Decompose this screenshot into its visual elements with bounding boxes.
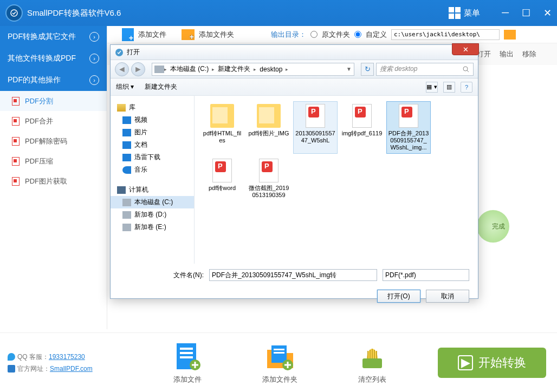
file-grid: pdf转HTML_files pdf转图片_IMG 20130509155747… bbox=[195, 96, 478, 264]
drive-icon bbox=[122, 199, 131, 206]
tree-drive-c[interactable]: 本地磁盘 (C:) bbox=[111, 196, 194, 208]
folder-icon bbox=[257, 104, 281, 128]
site-link[interactable]: SmallPDF.com bbox=[50, 365, 93, 373]
newfolder-btn[interactable]: 新建文件夹 bbox=[145, 82, 177, 92]
start-convert-button[interactable]: ▶ 开始转换 bbox=[438, 348, 546, 378]
dialog-close-button[interactable]: ✕ bbox=[452, 43, 479, 55]
sidebar-group-2[interactable]: 其他文件转换成PDF› bbox=[0, 48, 107, 69]
breadcrumb[interactable]: ▸ 本地磁盘 (C:)▸ 新建文件夹▸ desktop▸ ▼ bbox=[152, 63, 354, 76]
add-folder-btn[interactable]: 添加文件夹 bbox=[199, 30, 234, 40]
chevron-down-icon: › bbox=[89, 75, 99, 85]
qq-icon bbox=[8, 353, 15, 361]
preview-pane-button[interactable]: ▥ bbox=[443, 82, 455, 93]
view-mode-button[interactable]: ▦ ▾ bbox=[426, 82, 438, 93]
document-icon bbox=[122, 141, 131, 149]
output-path-input[interactable] bbox=[391, 29, 500, 40]
pdf-icon bbox=[12, 97, 20, 106]
output-label: 输出目录： bbox=[271, 30, 306, 40]
dialog-footer: 文件名(N): 打开(O) 取消 bbox=[111, 264, 478, 308]
help-button[interactable]: ? bbox=[461, 82, 472, 93]
qq-link[interactable]: 1933175230 bbox=[49, 353, 85, 361]
chevron-right-icon: › bbox=[89, 54, 99, 63]
dialog-toolbar: 组织 ▾ 新建文件夹 ▦ ▾ ▥ ? bbox=[111, 79, 478, 96]
file-item-selected[interactable]: PDF合并_20130509155747_W5shL_img... bbox=[386, 101, 431, 154]
bottom-add-file[interactable]: 添加文件 bbox=[172, 341, 203, 384]
filetype-select[interactable] bbox=[383, 269, 469, 281]
remove-btn[interactable]: 移除 bbox=[522, 49, 536, 59]
nav-back-button[interactable]: ◄ bbox=[115, 62, 129, 76]
svg-rect-6 bbox=[271, 345, 287, 363]
pictures-icon bbox=[122, 129, 131, 136]
computer-icon bbox=[117, 186, 126, 194]
output-btn[interactable]: 输出 bbox=[500, 49, 514, 59]
play-icon: ▶ bbox=[458, 355, 473, 370]
file-item[interactable]: pdf转word bbox=[200, 156, 244, 201]
file-item[interactable]: pdf转HTML_files bbox=[200, 101, 244, 154]
dialog-open-button[interactable]: 打开(O) bbox=[377, 290, 420, 303]
pdf-icon bbox=[12, 117, 20, 126]
dialog-cancel-button[interactable]: 取消 bbox=[426, 290, 469, 303]
crumb-newfolder[interactable]: 新建文件夹 bbox=[215, 64, 254, 74]
tree-video[interactable]: 视频 bbox=[111, 114, 194, 126]
sidebar-item-pdf-split[interactable]: PDF分割 bbox=[0, 91, 107, 111]
browse-folder-icon[interactable] bbox=[504, 30, 516, 40]
add-folder-icon bbox=[182, 29, 195, 40]
tree-music[interactable]: 音乐 bbox=[111, 164, 194, 176]
menu-button[interactable]: 菜单 bbox=[449, 7, 480, 19]
dialog-title: 打开 bbox=[127, 48, 140, 57]
pdf-icon bbox=[12, 157, 20, 166]
clear-large-icon bbox=[357, 341, 387, 371]
search-icon bbox=[462, 66, 470, 73]
tree-pictures[interactable]: 图片 bbox=[111, 126, 194, 139]
open-file-dialog: 打开 ✕ ◄ ► ▸ 本地磁盘 (C:)▸ 新建文件夹▸ desktop▸ ▼ … bbox=[110, 44, 478, 299]
add-file-large-icon bbox=[172, 341, 203, 371]
tree-computer[interactable]: 计算机 bbox=[111, 184, 194, 196]
sidebar-item-pdf-merge[interactable]: PDF合并 bbox=[0, 111, 107, 131]
library-icon bbox=[117, 104, 126, 112]
add-file-icon bbox=[122, 28, 134, 41]
sidebar-item-pdf-extract-image[interactable]: PDF图片获取 bbox=[0, 171, 107, 191]
open-icon bbox=[115, 48, 124, 57]
pdf-icon bbox=[12, 177, 20, 186]
svg-rect-3 bbox=[180, 352, 193, 354]
maximize-button[interactable]: ☐ bbox=[522, 7, 530, 19]
site-icon bbox=[8, 365, 15, 373]
minimize-button[interactable]: ─ bbox=[502, 7, 509, 19]
tree-documents[interactable]: 文档 bbox=[111, 139, 194, 151]
crumb-desktop[interactable]: desktop bbox=[256, 66, 286, 73]
file-item[interactable]: pdf转图片_IMG bbox=[247, 101, 291, 154]
bottom-clear-list[interactable]: 清空列表 bbox=[357, 341, 387, 384]
svg-point-0 bbox=[11, 10, 17, 16]
done-badge: 完成 bbox=[477, 210, 509, 243]
pdf-file-icon bbox=[212, 159, 232, 182]
file-item[interactable]: 微信截图_20190513190359 bbox=[247, 156, 291, 201]
tree-downloads[interactable]: 迅雷下载 bbox=[111, 151, 194, 164]
chevron-right-icon: › bbox=[89, 32, 99, 42]
svg-rect-4 bbox=[180, 356, 193, 358]
menu-label: 菜单 bbox=[464, 8, 480, 18]
refresh-button[interactable]: ↻ bbox=[361, 63, 374, 76]
filename-input[interactable] bbox=[209, 269, 377, 281]
sidebar-item-pdf-compress[interactable]: PDF压缩 bbox=[0, 151, 107, 171]
dialog-nav: ◄ ► ▸ 本地磁盘 (C:)▸ 新建文件夹▸ desktop▸ ▼ ↻ 搜索 … bbox=[111, 60, 478, 79]
nav-forward-button[interactable]: ► bbox=[131, 62, 145, 76]
drive-icon bbox=[122, 224, 131, 231]
radio-custom[interactable]: 自定义 bbox=[354, 30, 387, 40]
tree-library[interactable]: 库 bbox=[111, 101, 194, 114]
radio-original[interactable]: 原文件夹 bbox=[310, 30, 350, 40]
sidebar-item-pdf-unlock[interactable]: PDF解除密码 bbox=[0, 131, 107, 151]
search-input[interactable]: 搜索 desktop bbox=[376, 63, 474, 76]
add-file-btn[interactable]: 添加文件 bbox=[138, 30, 166, 40]
organize-btn[interactable]: 组织 ▾ bbox=[116, 82, 134, 92]
bottom-actions: 添加文件 添加文件夹 清空列表 bbox=[122, 341, 438, 384]
dialog-body: 库 视频 图片 文档 迅雷下载 音乐 计算机 本地磁盘 (C:) 新加卷 (D:… bbox=[111, 96, 478, 264]
crumb-c[interactable]: 本地磁盘 (C:) bbox=[167, 64, 212, 74]
sidebar-group-3[interactable]: PDF的其他操作› bbox=[0, 69, 107, 91]
file-item[interactable]: 20130509155747_W5shL bbox=[293, 101, 338, 154]
tree-drive-e[interactable]: 新加卷 (E:) bbox=[111, 221, 194, 233]
tree-drive-d[interactable]: 新加卷 (D:) bbox=[111, 208, 194, 221]
file-item[interactable]: img转pdf_6119 bbox=[340, 101, 384, 154]
close-button[interactable]: ✕ bbox=[543, 7, 552, 19]
sidebar-group-1[interactable]: PDF转换成其它文件› bbox=[0, 26, 107, 48]
bottom-add-folder[interactable]: 添加文件夹 bbox=[262, 341, 297, 384]
